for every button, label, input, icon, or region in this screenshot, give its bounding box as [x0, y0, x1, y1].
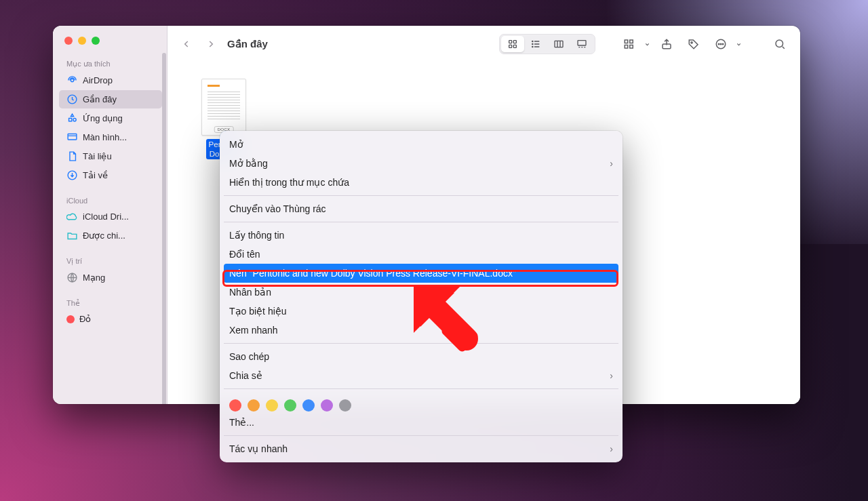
svg-point-20: [691, 42, 692, 43]
svg-point-12: [532, 46, 533, 47]
document-icon: [66, 151, 78, 162]
chevron-right-icon: ›: [610, 157, 613, 169]
svg-point-25: [776, 40, 783, 47]
svg-rect-13: [555, 41, 563, 47]
svg-point-11: [532, 43, 533, 44]
toolbar: Gần đây: [167, 26, 800, 62]
svg-point-24: [722, 43, 724, 45]
svg-rect-17: [630, 40, 633, 43]
share-button[interactable]: [656, 35, 677, 53]
svg-rect-9: [513, 45, 516, 47]
tag-orange[interactable]: [248, 399, 260, 412]
sidebar: Mục ưa thích AirDrop Gần đây Ứng dụng Mà…: [53, 26, 167, 404]
sidebar-item-label: Tải về: [83, 170, 108, 180]
airdrop-icon: [66, 75, 78, 86]
sidebar-item-airdrop[interactable]: AirDrop: [59, 71, 162, 89]
sidebar-scrollbar[interactable]: [162, 53, 166, 404]
chevron-down-icon: [646, 38, 650, 50]
tag-red[interactable]: [229, 399, 241, 412]
network-icon: [66, 272, 78, 283]
ctx-copy[interactable]: Sao chép: [220, 347, 623, 366]
clock-icon: [66, 94, 78, 105]
sidebar-item-label: Đỏ: [79, 314, 91, 324]
svg-point-23: [720, 43, 722, 45]
sidebar-item-label: iCloud Dri...: [83, 212, 129, 222]
svg-rect-8: [509, 45, 512, 47]
ctx-compress[interactable]: Nén "Pentonic and new Dolby Vision Press…: [224, 264, 618, 283]
sidebar-item-downloads[interactable]: Tải về: [59, 166, 162, 184]
ctx-show-in-folder[interactable]: Hiển thị trong thư mục chứa: [220, 173, 623, 192]
tag-purple[interactable]: [321, 399, 333, 412]
sidebar-item-shared[interactable]: Được chi...: [59, 226, 162, 245]
separator: [224, 343, 618, 344]
ctx-quick-look[interactable]: Xem nhanh: [220, 321, 623, 340]
svg-point-0: [71, 79, 73, 81]
zoom-window-button[interactable]: [92, 37, 100, 45]
sidebar-section-tags: Thẻ: [59, 296, 162, 310]
separator: [224, 195, 618, 196]
ctx-duplicate[interactable]: Nhân bản: [220, 283, 623, 302]
tags-button[interactable]: [683, 35, 705, 53]
applications-icon: [66, 113, 78, 124]
search-button[interactable]: [769, 35, 791, 53]
ctx-tag-row: [220, 393, 623, 413]
tag-blue[interactable]: [302, 399, 315, 412]
desktop-icon: [66, 132, 78, 143]
ctx-share[interactable]: Chia sẻ›: [220, 366, 623, 385]
ctx-open-with[interactable]: Mở bằng›: [220, 154, 623, 173]
close-window-button[interactable]: [64, 37, 73, 45]
ctx-open[interactable]: Mở: [220, 135, 623, 154]
shared-folder-icon: [66, 230, 78, 241]
sidebar-section-locations: Vị trí: [59, 254, 162, 268]
icon-view-button[interactable]: [501, 36, 524, 52]
sidebar-item-desktop[interactable]: Màn hình...: [59, 128, 162, 146]
sidebar-item-label: Màn hình...: [83, 132, 127, 142]
sidebar-item-label: Gần đây: [83, 94, 117, 104]
tag-gray[interactable]: [339, 399, 351, 412]
sidebar-item-network[interactable]: Mạng: [59, 268, 162, 287]
svg-rect-3: [68, 134, 77, 140]
svg-point-2: [73, 119, 76, 121]
file-thumbnail: DOCX: [201, 79, 246, 136]
column-view-button[interactable]: [547, 36, 570, 52]
svg-rect-14: [578, 41, 586, 45]
chevron-right-icon: ›: [610, 443, 613, 455]
svg-point-10: [532, 41, 533, 41]
sidebar-section-icloud: iCloud: [59, 194, 162, 207]
window-controls: [53, 34, 167, 57]
back-button[interactable]: [177, 35, 196, 53]
sidebar-section-favorites: Mục ưa thích: [59, 57, 162, 71]
tag-red-icon: [66, 315, 75, 323]
ctx-rename[interactable]: Đổi tên: [220, 245, 623, 264]
sidebar-item-label: Tài liệu: [83, 151, 112, 161]
ctx-tags[interactable]: Thẻ...: [220, 413, 623, 432]
forward-button[interactable]: [201, 35, 220, 53]
sidebar-item-tag-red[interactable]: Đỏ: [59, 310, 162, 327]
minimize-window-button[interactable]: [78, 37, 86, 45]
group-by-button[interactable]: [618, 35, 640, 53]
sidebar-item-applications[interactable]: Ứng dụng: [59, 109, 162, 127]
chevron-down-icon: [737, 38, 742, 50]
tag-yellow[interactable]: [266, 399, 278, 412]
ctx-make-alias[interactable]: Tạo biệt hiệu: [220, 302, 623, 321]
svg-rect-16: [625, 45, 628, 49]
sidebar-item-icloud-drive[interactable]: iCloud Dri...: [59, 207, 162, 226]
window-title: Gần đây: [227, 38, 268, 50]
cloud-icon: [66, 211, 78, 222]
action-button[interactable]: [710, 35, 732, 53]
view-mode-segment: [499, 34, 595, 54]
svg-rect-7: [513, 41, 516, 43]
sidebar-item-label: Ứng dụng: [83, 113, 123, 123]
ctx-move-to-trash[interactable]: Chuyển vào Thùng rác: [220, 199, 623, 218]
separator: [224, 435, 618, 436]
gallery-view-button[interactable]: [570, 36, 593, 52]
ctx-get-info[interactable]: Lấy thông tin: [220, 226, 623, 245]
sidebar-item-label: Được chi...: [83, 231, 125, 241]
list-view-button[interactable]: [524, 36, 547, 52]
ctx-quick-actions[interactable]: Tác vụ nhanh›: [220, 439, 623, 458]
download-icon: [66, 169, 78, 181]
sidebar-item-documents[interactable]: Tài liệu: [59, 147, 162, 165]
sidebar-scroll[interactable]: Mục ưa thích AirDrop Gần đây Ứng dụng Mà…: [53, 57, 167, 328]
tag-green[interactable]: [284, 399, 296, 412]
sidebar-item-recents[interactable]: Gần đây: [59, 90, 162, 108]
